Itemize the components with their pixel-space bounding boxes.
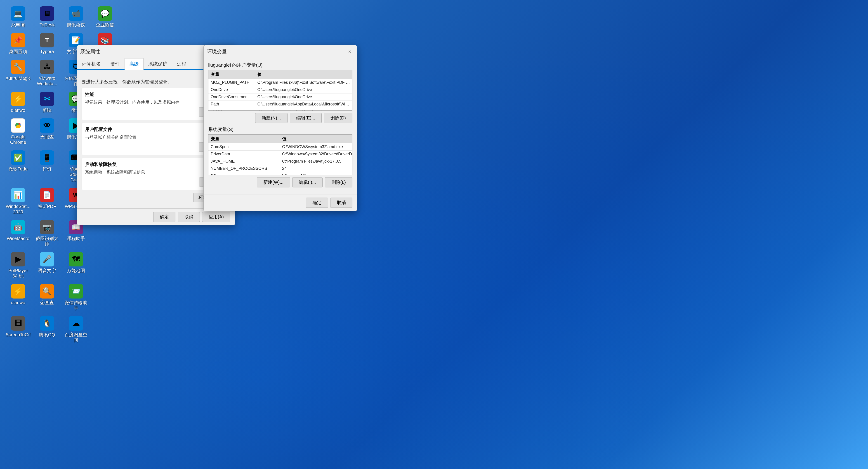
system-var-value: 24: [280, 165, 352, 172]
user-delete-button[interactable]: 删除(D): [324, 113, 352, 123]
system-var-row[interactable]: DriverDataC:\Windows\System32\Drivers\Dr…: [209, 150, 352, 158]
语音文字-label: 语音文字: [38, 268, 56, 273]
icon-万能地图[interactable]: 🗺 万能地图: [62, 250, 90, 280]
sysprop-title: 系统属性: [80, 48, 100, 55]
envvar-cancel-button[interactable]: 取消: [330, 198, 352, 208]
icon-windostat[interactable]: 📊 WindoStat... 2020: [4, 186, 32, 216]
user-var-row[interactable]: TEMPC:\Users\liuguanglei\AppData\Local\T…: [209, 108, 352, 111]
envvar-ok-button[interactable]: 确定: [306, 198, 328, 208]
天眼查-label: 天眼查: [40, 134, 54, 139]
windostat-label: WindoStat... 2020: [6, 204, 31, 214]
foxit-label: 福昕PDF: [38, 204, 56, 209]
todesk-icon: 🖥: [40, 6, 54, 21]
icon-微软todo[interactable]: ✅ 微软Todo: [4, 148, 32, 184]
icon-xunrui[interactable]: 🔧 XunruiMagic: [4, 58, 32, 88]
envvar-window: 环境变量 ✕ liuguanglei 的用户变量(U) 变量 值 MOZ_PLU…: [204, 45, 357, 211]
icon-wisemacro[interactable]: 🤖 WiseMacro: [4, 218, 32, 248]
user-var-row[interactable]: OneDriveC:\Users\liuguanglei\OneDrive: [209, 86, 352, 94]
envvar-titlebar: 环境变量 ✕: [204, 45, 357, 58]
百度网盘-label: 百度网盘空间: [64, 332, 88, 343]
wisemacro-icon: 🤖: [11, 220, 25, 234]
icon-typora[interactable]: T Typora: [33, 31, 61, 56]
envvar-close-button[interactable]: ✕: [346, 48, 354, 56]
user-var-name: MOZ_PLUGIN_PATH: [209, 79, 255, 86]
tab-系统保护[interactable]: 系统保护: [144, 58, 172, 69]
tab-高级[interactable]: 高级: [125, 58, 144, 70]
system-var-row[interactable]: JAVA_HOMEC:\Program Files\Java\jdk-17.0.…: [209, 158, 352, 165]
icon-语音文字[interactable]: 🎤 语音文字: [33, 250, 61, 280]
system-var-row[interactable]: ComSpecC:\WINDOWS\system32\cmd.exe: [209, 143, 352, 150]
icon-row-11: 🎞 ScreenToGif 🐧 腾讯QQ ☁ 百度网盘空间: [4, 314, 119, 344]
screentogif-icon: 🎞: [11, 316, 25, 331]
微信传输-icon: 📨: [69, 284, 83, 299]
user-edit-button[interactable]: 编辑(E)...: [290, 113, 322, 123]
icon-企查查[interactable]: 🔍 企查查: [33, 282, 61, 312]
icon-微信传输[interactable]: 📨 微信传输助手: [62, 282, 90, 312]
system-vars-title: 系统变量(S): [208, 126, 352, 133]
icon-天眼查[interactable]: 👁 天眼查: [33, 116, 61, 147]
todesk-label: ToDesk: [39, 22, 55, 28]
tab-计算机名[interactable]: 计算机名: [77, 58, 105, 69]
剪映-icon: ✂: [40, 92, 54, 106]
user-vars-title: liuguanglei 的用户变量(U): [208, 62, 352, 68]
system-vars-table-container[interactable]: 变量 值 ComSpecC:\WINDOWS\system32\cmd.exeD…: [208, 134, 352, 175]
icon-dianwo2[interactable]: ⚡ dianwo: [4, 282, 32, 312]
system-vars-table: 变量 值 ComSpecC:\WINDOWS\system32\cmd.exeD…: [209, 135, 352, 175]
icon-此电脑[interactable]: 💻 此电脑: [4, 4, 32, 29]
icon-vmware[interactable]: 🖧 VMware Worksta...: [33, 58, 61, 88]
user-var-name: TEMP: [209, 108, 255, 111]
微软todo-icon: ✅: [11, 150, 25, 165]
system-var-row[interactable]: OSWindows_NT: [209, 172, 352, 175]
user-var-row[interactable]: MOZ_PLUGIN_PATHC:\Program Files (x86)\Fo…: [209, 79, 352, 86]
截图识别-label: 截图识别大师: [35, 236, 59, 246]
tab-远程[interactable]: 远程: [172, 58, 191, 69]
user-var-name: OneDrive: [209, 86, 255, 94]
user-new-button[interactable]: 新建(N)...: [255, 113, 287, 123]
foxit-icon: 📄: [40, 188, 54, 202]
icon-腾讯会议[interactable]: 📹 腾讯会议: [62, 4, 90, 29]
system-var-row[interactable]: NUMBER_OF_PROCESSORS24: [209, 165, 352, 172]
system-new-button[interactable]: 新建(W)...: [257, 177, 290, 188]
icon-剪映[interactable]: ✂ 剪映: [33, 90, 61, 115]
icon-row-1: 💻 此电脑 🖥 ToDesk 📹 腾讯会议 💬 企业微信: [4, 4, 119, 29]
企业微信-label: 企业微信: [96, 22, 114, 28]
tab-硬件[interactable]: 硬件: [105, 58, 125, 69]
sysprop-apply-button[interactable]: 应用(A): [202, 212, 230, 222]
icon-potplayer[interactable]: ▶ PotPlayer 64 bit: [4, 250, 32, 280]
icon-截图识别[interactable]: 📷 截图识别大师: [33, 218, 61, 248]
sysprop-cancel-button[interactable]: 取消: [178, 212, 200, 222]
chrome-label: Google Chrome: [6, 134, 30, 145]
icon-dianwo[interactable]: ⚡ dianwo: [4, 90, 32, 115]
system-delete-button[interactable]: 删除(L): [325, 177, 352, 188]
dianwo2-label: dianwo: [11, 300, 25, 305]
system-var-name: ComSpec: [209, 143, 280, 150]
envvar-bottom-buttons: 确定 取消: [204, 194, 357, 211]
桌面置顶-icon: 📌: [11, 33, 25, 47]
user-var-name: Path: [209, 101, 255, 108]
typora-icon: T: [40, 33, 54, 47]
system-var-name: OS: [209, 172, 280, 175]
system-edit-button[interactable]: 编辑(I)...: [292, 177, 322, 188]
icon-百度网盘[interactable]: ☁ 百度网盘空间: [62, 314, 90, 344]
user-var-row[interactable]: PathC:\Users\liuguanglei\AppData\Local\M…: [209, 101, 352, 108]
icon-钉钉[interactable]: 📱 钉钉: [33, 148, 61, 184]
system-vars-buttons: 新建(W)... 编辑(I)... 删除(L): [208, 177, 352, 188]
icon-todesk[interactable]: 🖥 ToDesk: [33, 4, 61, 29]
icon-企业微信[interactable]: 💬 企业微信: [91, 4, 119, 29]
icon-screentogif[interactable]: 🎞 ScreenToGif: [4, 314, 32, 344]
dianwo-icon: ⚡: [11, 92, 25, 106]
sysprop-ok-button[interactable]: 确定: [153, 212, 176, 222]
potplayer-label: PotPlayer 64 bit: [6, 268, 30, 279]
icon-桌面置顶[interactable]: 📌 桌面置顶: [4, 31, 32, 56]
icon-chrome[interactable]: Google Chrome: [4, 116, 32, 147]
dianwo2-icon: ⚡: [11, 284, 25, 299]
课程助手-label: 课程助手: [67, 236, 85, 241]
user-vars-table-container[interactable]: 变量 值 MOZ_PLUGIN_PATHC:\Program Files (x8…: [208, 70, 352, 111]
icon-row-9: ▶ PotPlayer 64 bit 🎤 语音文字 🗺 万能地图: [4, 250, 119, 280]
system-vars-header-val: 值: [280, 135, 352, 143]
万能地图-label: 万能地图: [67, 268, 85, 273]
user-var-row[interactable]: OneDriveConsumerC:\Users\liuguanglei\One…: [209, 94, 352, 101]
icon-qq[interactable]: 🐧 腾讯QQ: [33, 314, 61, 344]
system-var-name: DriverData: [209, 150, 280, 158]
icon-foxit[interactable]: 📄 福昕PDF: [33, 186, 61, 216]
